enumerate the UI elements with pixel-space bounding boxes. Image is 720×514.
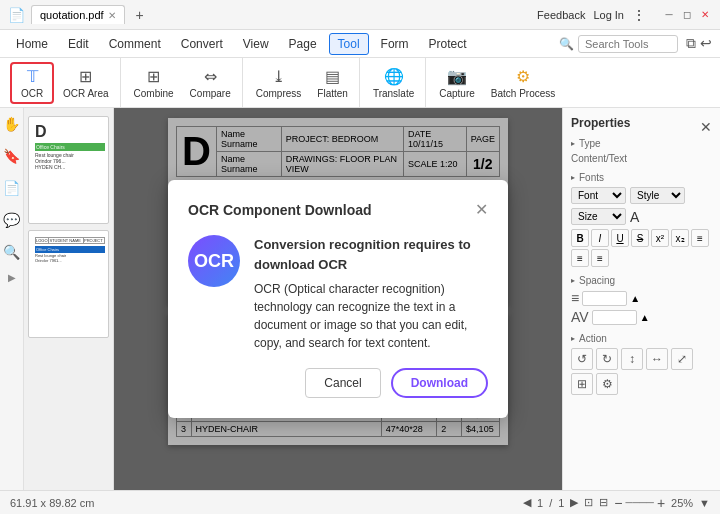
menu-edit[interactable]: Edit	[60, 34, 97, 54]
compare-icon: ⇔	[204, 67, 217, 86]
sidebar-page-icon[interactable]: 📄	[0, 176, 24, 200]
align-right-icon[interactable]: ≡	[591, 249, 609, 267]
menu-form[interactable]: Form	[373, 34, 417, 54]
strikethrough-icon[interactable]: S	[631, 229, 649, 247]
compress-button[interactable]: ⤓ Compress	[249, 63, 309, 103]
prev-page-icon[interactable]: ◀	[523, 496, 531, 509]
menu-view[interactable]: View	[235, 34, 277, 54]
zoom-controls: − ──── +	[614, 495, 665, 511]
dialog-text: Conversion recognition requires to downl…	[254, 235, 488, 352]
translate-button[interactable]: 🌐 Translate	[366, 63, 421, 103]
batch-button[interactable]: ⚙ Batch Process	[484, 63, 562, 103]
next-page-icon[interactable]: ▶	[570, 496, 578, 509]
action-icon-3[interactable]: ↕	[621, 348, 643, 370]
dialog-title: OCR Component Download	[188, 202, 372, 218]
align-left-icon[interactable]: ≡	[691, 229, 709, 247]
new-tab-button[interactable]: +	[131, 6, 149, 24]
thumbnail-1[interactable]: D Office Chairs Rest lounge chair Orindo…	[28, 116, 109, 224]
download-button[interactable]: Download	[391, 368, 488, 398]
action-icon-2[interactable]: ↻	[596, 348, 618, 370]
fit-width-icon[interactable]: ⊟	[599, 496, 608, 509]
content-text-label: Content/Text	[571, 153, 627, 164]
login-link[interactable]: Log In	[593, 9, 624, 21]
compare-button[interactable]: ⇔ Compare	[183, 63, 238, 103]
thumbnail-panel: D Office Chairs Rest lounge chair Orindo…	[24, 108, 114, 490]
page-separator: /	[549, 497, 552, 509]
menu-protect[interactable]: Protect	[421, 34, 475, 54]
sidebar-comment-icon[interactable]: 💬	[0, 208, 24, 232]
italic-icon[interactable]: I	[591, 229, 609, 247]
capture-button[interactable]: 📷 Capture	[432, 63, 482, 103]
action-icon-5[interactable]: ⤢	[671, 348, 693, 370]
sidebar-expand-arrow[interactable]: ▶	[8, 272, 16, 283]
fit-icon[interactable]: ⊡	[584, 496, 593, 509]
action-icon-4[interactable]: ↔	[646, 348, 668, 370]
subscript-icon[interactable]: x₂	[671, 229, 689, 247]
menu-tool[interactable]: Tool	[329, 33, 369, 55]
line-spacing-input[interactable]	[582, 291, 627, 306]
char-spacing-icon: AV	[571, 309, 589, 325]
restore-button[interactable]: ◻	[680, 8, 694, 22]
tab-item[interactable]: quotation.pdf ✕	[31, 5, 125, 24]
panel-close-icon[interactable]: ✕	[700, 119, 712, 135]
flatten-label: Flatten	[317, 88, 348, 99]
translate-icon: 🌐	[384, 67, 404, 86]
underline-icon[interactable]: U	[611, 229, 629, 247]
flatten-icon: ▤	[325, 67, 340, 86]
back-icon[interactable]: ↩	[700, 35, 712, 52]
status-bar: 61.91 x 89.82 cm ◀ 1 / 1 ▶ ⊡ ⊟ − ──── + …	[0, 490, 720, 514]
dialog-ocr-icon: OCR	[188, 235, 240, 287]
ocr-area-button[interactable]: ⊞ OCR Area	[56, 63, 116, 103]
dialog-body-text: OCR (Optical character recognition) tech…	[254, 282, 467, 350]
menu-page[interactable]: Page	[281, 34, 325, 54]
capture-label: Capture	[439, 88, 475, 99]
title-bar-right: Feedback Log In ⋮ ─ ◻ ✕	[537, 7, 712, 23]
minimize-button[interactable]: ─	[662, 8, 676, 22]
flatten-button[interactable]: ▤ Flatten	[310, 63, 355, 103]
char-spacing-up-icon[interactable]: ▲	[640, 312, 650, 323]
close-button[interactable]: ✕	[698, 8, 712, 22]
menu-convert[interactable]: Convert	[173, 34, 231, 54]
capture-icon: 📷	[447, 67, 467, 86]
line-spacing-up-icon[interactable]: ▲	[630, 293, 640, 304]
font-size-select[interactable]: Size	[571, 208, 626, 225]
menu-home[interactable]: Home	[8, 34, 56, 54]
sidebar-bookmark-icon[interactable]: 🔖	[0, 144, 24, 168]
menu-comment[interactable]: Comment	[101, 34, 169, 54]
ocr-button[interactable]: 𝕋 OCR	[10, 62, 54, 104]
font-family-select[interactable]: Font	[571, 187, 626, 204]
search-input[interactable]	[578, 35, 678, 53]
combine-button[interactable]: ⊞ Combine	[127, 63, 181, 103]
thumbnail-2[interactable]: LOGOSTUDENT NAMEPROJECT Office Chairs Re…	[28, 230, 109, 338]
zoom-out-button[interactable]: −	[614, 495, 622, 511]
toolbar-translate-group: 🌐 Translate	[362, 58, 426, 107]
zoom-slider: ────	[626, 497, 654, 508]
menu-icon[interactable]: ⋮	[632, 7, 646, 23]
font-style-select[interactable]: Style	[630, 187, 685, 204]
action-icon-6[interactable]: ⊞	[571, 373, 593, 395]
sidebar-search-icon[interactable]: 🔍	[0, 240, 24, 264]
tab-close-icon[interactable]: ✕	[108, 10, 116, 21]
dialog-close-icon[interactable]: ✕	[475, 200, 488, 219]
font-format-icons: B I U S x² x₂ ≡ ≡ ≡	[571, 229, 712, 267]
combine-icon: ⊞	[147, 67, 160, 86]
zoom-in-button[interactable]: +	[657, 495, 665, 511]
fonts-row-1: Font Style	[571, 187, 712, 204]
zoom-dropdown-icon[interactable]: ▼	[699, 497, 710, 509]
action-icon-7[interactable]: ⚙	[596, 373, 618, 395]
dialog-icon-label: OCR	[194, 251, 234, 272]
sidebar-hand-icon[interactable]: ✋	[0, 112, 24, 136]
ocr-area-icon: ⊞	[79, 67, 92, 86]
align-center-icon[interactable]: ≡	[571, 249, 589, 267]
action-icon-1[interactable]: ↺	[571, 348, 593, 370]
font-color-icon[interactable]: A	[630, 209, 639, 225]
menu-search: 🔍	[559, 35, 678, 53]
feedback-link[interactable]: Feedback	[537, 9, 585, 21]
external-link-icon[interactable]: ⧉	[686, 35, 696, 52]
char-spacing-input[interactable]	[592, 310, 637, 325]
ocr-area-label: OCR Area	[63, 88, 109, 99]
superscript-icon[interactable]: x²	[651, 229, 669, 247]
bold-icon[interactable]: B	[571, 229, 589, 247]
action-icons: ↺ ↻ ↕ ↔ ⤢ ⊞ ⚙	[571, 348, 712, 395]
cancel-button[interactable]: Cancel	[305, 368, 380, 398]
